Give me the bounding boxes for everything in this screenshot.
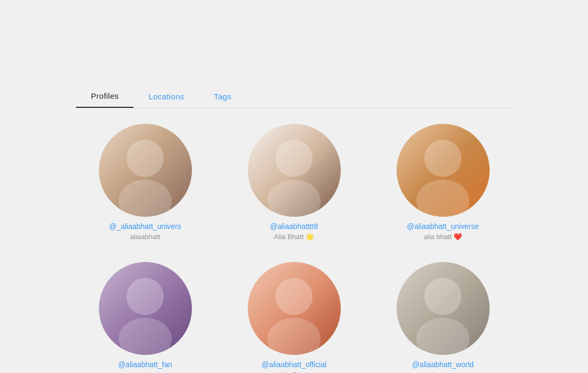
profile-username: @aliaabhatt_universe bbox=[407, 222, 479, 231]
svg-point-4 bbox=[424, 140, 461, 177]
page-wrapper: Profiles Locations Tags @_aliaabhatt_uni… bbox=[0, 0, 588, 373]
profile-username: @aliaabhatt_fan bbox=[118, 360, 172, 369]
svg-point-0 bbox=[127, 140, 164, 177]
svg-point-3 bbox=[267, 180, 321, 217]
profile-fullname: alia bhatt bbox=[429, 371, 457, 373]
svg-point-11 bbox=[416, 318, 469, 355]
avatar bbox=[99, 262, 192, 355]
profile-username: @aliaabhatt_world bbox=[412, 360, 474, 369]
profile-fullname: Alia Bhatt bbox=[279, 371, 309, 373]
tab-locations[interactable]: Locations bbox=[133, 86, 199, 107]
avatar bbox=[248, 262, 341, 355]
tab-profiles[interactable]: Profiles bbox=[76, 85, 133, 108]
avatar bbox=[99, 124, 192, 217]
profile-fullname: Alia Bhatt 🌟 bbox=[274, 233, 314, 241]
profile-username: @_aliaabhatt_univers bbox=[109, 222, 181, 231]
avatar bbox=[397, 262, 490, 355]
profiles-grid: @_aliaabhatt_universaliaabhatt@aliaabhat… bbox=[76, 124, 512, 373]
profile-fullname: aliaabhatt bbox=[130, 371, 160, 373]
avatar bbox=[397, 124, 490, 217]
svg-point-1 bbox=[119, 180, 172, 217]
tab-tags[interactable]: Tags bbox=[199, 86, 246, 107]
svg-point-5 bbox=[416, 180, 469, 217]
svg-point-8 bbox=[275, 278, 313, 315]
profile-fullname: alia bhatt ❤️ bbox=[424, 233, 462, 241]
profile-username: @aliaabhatttt8 bbox=[270, 222, 318, 231]
profile-card[interactable]: @aliaabhatt_universealia bhatt ❤️ bbox=[390, 124, 496, 241]
profile-card[interactable]: @aliaabhatt_fanaliaabhatt bbox=[92, 262, 198, 373]
svg-point-2 bbox=[275, 140, 313, 177]
profile-card[interactable]: @aliaabhatt_worldalia bhatt bbox=[390, 262, 496, 373]
svg-point-7 bbox=[119, 318, 172, 355]
profile-card[interactable]: @aliaabhatt_officialAlia Bhatt bbox=[241, 262, 347, 373]
profile-fullname: aliaabhatt bbox=[130, 233, 160, 241]
tabs-container: Profiles Locations Tags bbox=[76, 85, 512, 108]
profile-username: @aliaabhatt_official bbox=[262, 360, 326, 369]
profile-card[interactable]: @aliaabhatttt8Alia Bhatt 🌟 bbox=[241, 124, 347, 241]
profile-card[interactable]: @_aliaabhatt_universaliaabhatt bbox=[92, 124, 198, 241]
svg-point-6 bbox=[127, 278, 164, 315]
svg-point-10 bbox=[424, 278, 461, 315]
avatar bbox=[248, 124, 341, 217]
svg-point-9 bbox=[267, 318, 321, 355]
